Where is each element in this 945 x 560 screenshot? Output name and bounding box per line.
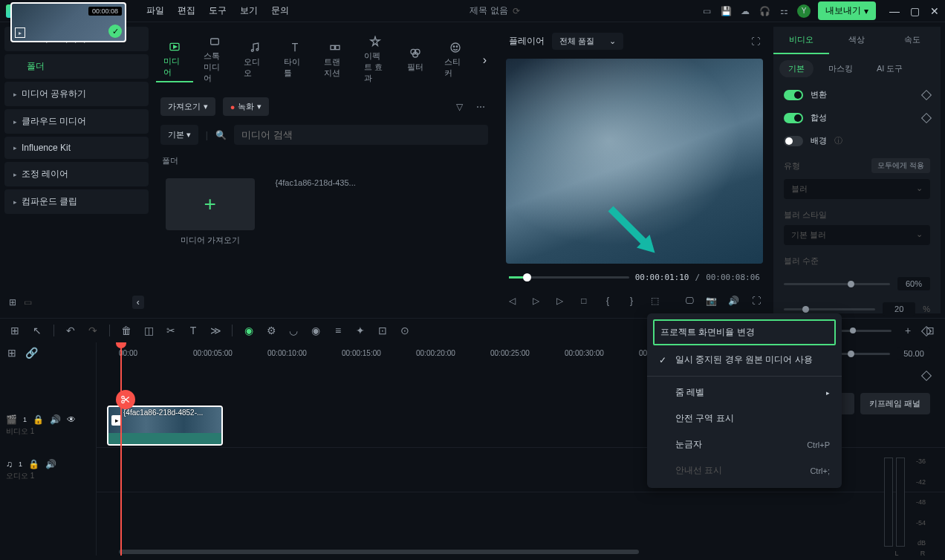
crop-button[interactable]: ⬚ (649, 294, 662, 307)
pointer-icon[interactable]: ↖ (31, 325, 43, 336)
subtab-masking[interactable]: 마스킹 (819, 60, 862, 77)
zoom-in-icon[interactable]: + (902, 325, 914, 336)
help-icon[interactable]: ⓘ (834, 135, 842, 146)
media-clip-tile[interactable]: 00:00:08 ▸ ✓ {4fac1a86-218d-435... (267, 178, 364, 246)
visible-icon[interactable]: 👁 (67, 414, 76, 425)
sort-dropdown[interactable]: 기본 ▾ (160, 125, 198, 145)
pct-slider[interactable] (784, 308, 875, 310)
settings-icon[interactable]: ⚙ (265, 325, 277, 336)
tab-speed[interactable]: 속도 (885, 27, 941, 54)
sidebar-folder[interactable]: 폴더 (4, 54, 149, 79)
sidebar-influence-kit[interactable]: ▸Influence Kit (4, 137, 149, 159)
import-button[interactable]: 가져오기 ▾ (160, 97, 215, 116)
blur-slider[interactable] (784, 283, 890, 285)
slider-knob[interactable] (802, 306, 809, 313)
export-button[interactable]: 내보내기▾ (818, 1, 876, 20)
tab-transition[interactable]: 트랜지션 (316, 39, 354, 82)
link-icon[interactable]: 🔗 (25, 347, 37, 359)
ctx-ruler[interactable]: 눈금자Ctrl+P (647, 432, 842, 458)
cloud-sync-icon[interactable]: ⟳ (513, 6, 520, 16)
fullscreen-button[interactable]: ⛶ (750, 294, 763, 307)
menu-view[interactable]: 보기 (240, 4, 258, 17)
keyframe-diamond-icon[interactable] (921, 89, 932, 100)
progress-slider[interactable] (509, 276, 629, 279)
mute-icon[interactable]: 🔊 (50, 414, 61, 425)
pct-value[interactable]: 20 (883, 302, 915, 316)
collapse-sidebar-button[interactable]: ‹ (132, 296, 144, 309)
sidebar-compound-clip[interactable]: ▸컴파운드 클립 (4, 189, 149, 214)
folder-icon[interactable]: ▭ (24, 297, 32, 307)
keyframe-diamond-icon[interactable] (921, 112, 932, 123)
text-tool[interactable]: T (187, 325, 199, 336)
split-tool[interactable]: ✂ (165, 325, 177, 336)
mark-in-button[interactable]: { (601, 294, 614, 307)
ai-icon[interactable]: ◉ (243, 325, 255, 336)
effects-icon[interactable]: ✦ (354, 325, 366, 336)
progress-knob[interactable] (523, 273, 531, 281)
more-options-icon[interactable]: ⋯ (473, 99, 488, 115)
cut-marker[interactable] (116, 390, 135, 409)
toggle-background[interactable] (784, 136, 803, 146)
record-button[interactable]: ● 녹화 ▾ (223, 97, 270, 116)
mixer-icon[interactable]: ≡ (332, 325, 344, 336)
next-frame-button[interactable]: ▷ (553, 294, 567, 307)
tab-title[interactable]: 타이틀 (276, 39, 314, 82)
tab-color[interactable]: 색상 (829, 27, 885, 54)
tab-effects[interactable]: 이펙트 효과 (357, 33, 394, 87)
menu-file[interactable]: 파일 (146, 4, 164, 17)
timeline-scrollbar[interactable] (97, 548, 886, 556)
lock-icon[interactable]: 🔒 (28, 459, 39, 469)
preview-viewport[interactable] (506, 59, 763, 264)
tab-media[interactable]: 미디어 (156, 38, 193, 82)
blur-style-select[interactable]: 기본 블러⌄ (784, 225, 930, 245)
delete-button[interactable]: 🗑 (120, 325, 132, 336)
minimize-button[interactable]: — (889, 5, 900, 17)
ctx-zoom-level[interactable]: 줌 레벨▸ (647, 380, 842, 406)
apply-all-button[interactable]: 모두에게 적용 (871, 158, 930, 173)
volume-button[interactable]: 🔊 (727, 294, 741, 307)
snapshot-icon[interactable]: ⛶ (751, 36, 760, 47)
zoom-fit-icon[interactable]: ⊡ (377, 325, 389, 336)
play-pause-button[interactable]: ▷ (530, 294, 543, 307)
marker-icon[interactable]: ◡ (288, 325, 299, 336)
cloud-icon[interactable]: ☁ (739, 5, 751, 17)
tab-video[interactable]: 비디오 (773, 27, 829, 54)
mute-icon[interactable]: 🔊 (45, 459, 56, 469)
blur-value[interactable]: 60% (897, 277, 930, 290)
apps-icon[interactable]: ⚏ (778, 5, 790, 17)
display-settings-button[interactable]: 🖵 (683, 294, 696, 307)
mark-out-button[interactable]: } (625, 294, 638, 307)
undo-button[interactable]: ↶ (65, 325, 77, 336)
import-media-tile[interactable]: + 미디어 가져오기 (162, 178, 259, 246)
tab-audio[interactable]: 오디오 (236, 39, 273, 82)
crop-tool[interactable]: ◫ (143, 325, 155, 336)
redo-button[interactable]: ↷ (87, 325, 99, 336)
menu-edit[interactable]: 편집 (178, 4, 195, 17)
display-icon[interactable]: ▭ (701, 5, 712, 17)
playhead[interactable] (120, 342, 122, 556)
menu-help[interactable]: 문의 (271, 4, 289, 17)
save-icon[interactable]: 💾 (720, 5, 732, 17)
tabs-more-button[interactable]: › (477, 53, 493, 67)
user-avatar[interactable]: Y (797, 4, 811, 18)
stop-button[interactable]: □ (577, 294, 591, 307)
ctx-safe-zone[interactable]: 안전 구역 표시 (647, 406, 842, 432)
headphone-icon[interactable]: 🎧 (759, 5, 770, 17)
sidebar-cloud-media[interactable]: ▸클라우드 미디어 (4, 109, 149, 134)
scroll-thumb[interactable] (119, 550, 639, 554)
subtab-ai-tools[interactable]: AI 도구 (868, 60, 912, 77)
lock-icon[interactable]: 🔒 (33, 414, 44, 425)
zoom-knob[interactable] (850, 328, 856, 333)
tab-filter[interactable]: 필터 (397, 44, 434, 76)
ctx-use-original-media[interactable]: ✓일시 중지된 경우 원본 미디어 사용 (647, 347, 842, 373)
prev-frame-button[interactable]: ◁ (506, 294, 519, 307)
toggle-composite[interactable] (784, 113, 803, 123)
menu-tools[interactable]: 도구 (209, 4, 227, 17)
blur-type-select[interactable]: 블러⌄ (784, 179, 930, 199)
ctx-change-aspect-ratio[interactable]: 프로젝트 화면비율 변경 (653, 319, 836, 345)
tab-sticker[interactable]: 스티커 (437, 39, 474, 82)
quality-dropdown[interactable]: 전체 품질⌄ (552, 33, 623, 50)
camera-button[interactable]: 📷 (705, 294, 718, 307)
close-button[interactable]: ✕ (930, 5, 939, 17)
filter-media-icon[interactable]: ▽ (453, 99, 466, 115)
